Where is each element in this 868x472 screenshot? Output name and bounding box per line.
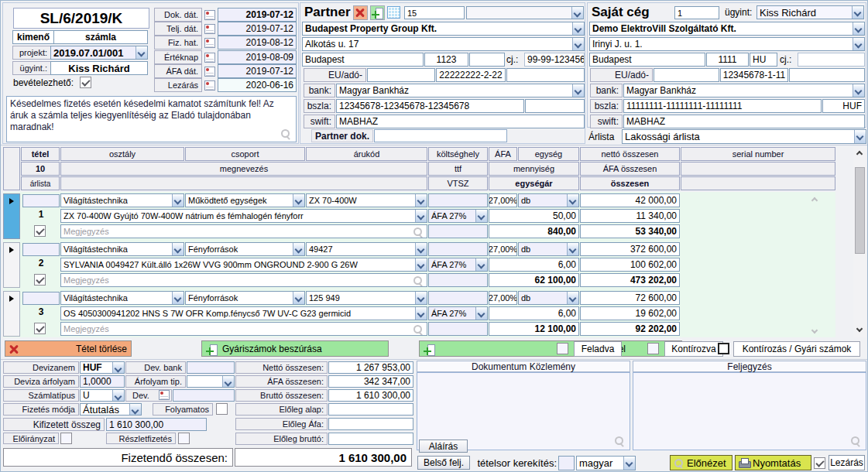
calendar-icon[interactable] (204, 38, 215, 48)
magnifier-icon[interactable] (413, 324, 424, 335)
row-selector[interactable] (3, 291, 20, 337)
date-value[interactable]: 2019-08-09 (218, 50, 297, 64)
insert-serials-button[interactable]: Gyáriszámok beszúrása (201, 340, 389, 357)
ugyint-field[interactable]: Kiss Richárd (50, 61, 148, 75)
item-arukod-select[interactable]: ZX 70-400W (306, 193, 427, 207)
chevron-down-icon[interactable] (415, 243, 427, 255)
company-swift-input[interactable]: MABHAZ (623, 115, 865, 128)
chevron-down-icon[interactable] (853, 22, 864, 35)
calendar-icon[interactable] (159, 390, 170, 400)
preview-button[interactable]: Előnézet (670, 455, 732, 470)
item-osztaly-select[interactable]: Világítástechnika (60, 193, 184, 207)
chevron-down-icon[interactable] (567, 292, 578, 304)
item-egyseg-select[interactable]: db (518, 193, 579, 207)
chevron-down-icon[interactable] (136, 46, 147, 59)
arfolyam-input[interactable]: 1,0000 (80, 375, 125, 388)
chevron-down-icon[interactable] (475, 307, 487, 320)
company-bank-select[interactable]: Magyar Bankház (623, 84, 865, 97)
item-arlista-cell[interactable] (22, 243, 60, 256)
partner-address-select[interactable]: Alkotás u. 17 (302, 37, 585, 51)
partner-zip-input[interactable]: 1123 (424, 53, 468, 67)
item-megjegyzes-input[interactable]: Megjegyzés (60, 224, 427, 238)
company-account-input[interactable]: 11111111-11111111-11111111 (623, 99, 822, 113)
item-egysegar[interactable]: 840,00 (489, 224, 579, 238)
projekt-select[interactable]: 2019.07.01/001 (50, 46, 148, 60)
reszletfizetes-checkbox[interactable] (178, 433, 190, 444)
company-country-input[interactable]: HU (750, 53, 777, 67)
company-name-select[interactable]: Demo ElektroVill Szolgáltató Kft. (589, 22, 865, 36)
partner-bank-select[interactable]: Magyar Bankház (336, 84, 585, 97)
date-value[interactable]: 2019-07-12 (218, 8, 297, 22)
delete-partner-icon[interactable] (354, 6, 367, 19)
chevron-down-icon[interactable] (572, 84, 584, 97)
fizetes-modja-select[interactable]: Átutalás (80, 403, 142, 416)
item-mennyiseg[interactable]: 6,00 (489, 258, 579, 272)
chevron-down-icon[interactable] (112, 390, 124, 401)
partner-cj-input[interactable]: 99-99-123456 (524, 53, 585, 67)
company-cj-input[interactable] (798, 53, 865, 67)
add-partner-icon[interactable] (372, 7, 384, 19)
item-checkbox[interactable] (34, 323, 46, 334)
item-csoport-select[interactable]: Működtető egységek (185, 193, 305, 207)
item-checkbox[interactable] (34, 274, 46, 286)
devizanem-select[interactable]: HUF (80, 361, 125, 374)
item-megnevezes-select[interactable]: ZX 70-400W Gyújtó 70W-400W nátrium és fé… (60, 209, 427, 223)
item-egysegar[interactable]: 12 100,00 (489, 322, 579, 336)
kontirozas-checkbox[interactable] (718, 343, 729, 354)
company-tax-input[interactable]: 12345678-1-11 (720, 68, 788, 82)
chevron-down-icon[interactable] (293, 243, 304, 255)
item-afa-select[interactable]: ÁFA 27% (428, 306, 488, 320)
date-value[interactable]: 2019-07-12 (218, 64, 297, 78)
chevron-down-icon[interactable] (852, 6, 863, 19)
item-vtsz-cell[interactable] (428, 224, 488, 238)
chevron-down-icon[interactable] (415, 258, 427, 271)
bevetelezheto-checkbox[interactable] (80, 77, 91, 88)
lezaras-checkbox[interactable] (814, 457, 825, 469)
chevron-down-icon[interactable] (415, 307, 427, 320)
item-koltseghely-cell[interactable] (428, 242, 488, 256)
magnifier-icon[interactable] (280, 128, 291, 139)
company-ugyint-select[interactable]: Kiss Richárd (756, 5, 864, 19)
chevron-down-icon[interactable] (572, 22, 584, 35)
partner-account-input[interactable]: 12345678-12345678-12345678 (336, 99, 524, 113)
chevron-down-icon[interactable] (853, 84, 864, 97)
chevron-down-icon[interactable] (572, 38, 584, 50)
item-egyseg-select[interactable]: db (518, 291, 579, 305)
item-koltseghely-cell[interactable] (428, 193, 488, 207)
kontirozva-checkbox[interactable] (647, 343, 659, 354)
item-osztaly-select[interactable]: Világítástechnika (60, 291, 184, 305)
partner-list-icon[interactable] (387, 6, 400, 19)
dev-date-input[interactable] (173, 389, 235, 402)
date-value[interactable]: 2020-06-16 (218, 78, 297, 92)
scroll-up-icon[interactable] (856, 151, 863, 157)
item-megnevezes-select[interactable]: SYLVANIA 0049427 Kült.álló 1x26W VVG 900… (60, 258, 427, 272)
print-button[interactable]: Nyomtatás (735, 455, 811, 470)
item-megjegyzes-input[interactable]: Megjegyzés (60, 273, 427, 287)
alairas-button[interactable]: Aláírás (419, 440, 468, 453)
chevron-down-icon[interactable] (567, 243, 578, 255)
item-csoport-select[interactable]: Fényforrások (185, 291, 305, 305)
kifizetett-input[interactable]: 1 610 300,00 (106, 418, 207, 431)
belso-felj-button[interactable]: Belső felj. (417, 456, 470, 470)
company-zip-input[interactable]: 1111 (706, 53, 749, 67)
magnifier-icon[interactable] (413, 227, 424, 238)
chevron-down-icon[interactable] (853, 38, 864, 50)
company-city-input[interactable]: Budapest (589, 53, 705, 67)
calendar-icon[interactable] (204, 24, 215, 34)
items-scrollbar[interactable] (853, 147, 866, 337)
row-selector[interactable] (3, 193, 20, 239)
chevron-down-icon[interactable] (571, 7, 583, 19)
calendar-icon[interactable] (204, 80, 215, 91)
company-eu-tax-input[interactable] (654, 68, 719, 82)
chevron-down-icon[interactable] (567, 194, 578, 207)
feljegyzes-textarea[interactable] (633, 372, 866, 450)
eloiranyzat-checkbox[interactable] (60, 433, 72, 444)
row-selector[interactable] (3, 242, 20, 288)
chevron-down-icon[interactable] (172, 243, 184, 255)
date-value[interactable]: 2019-07-12 (218, 22, 297, 36)
item-netto[interactable]: 372 600,00 (580, 242, 680, 256)
magnifier-icon[interactable] (850, 436, 861, 446)
kozlemeny-textarea[interactable] (417, 372, 630, 450)
scrollbar-thumb[interactable] (855, 167, 865, 254)
language-select[interactable]: magyar (576, 456, 636, 470)
